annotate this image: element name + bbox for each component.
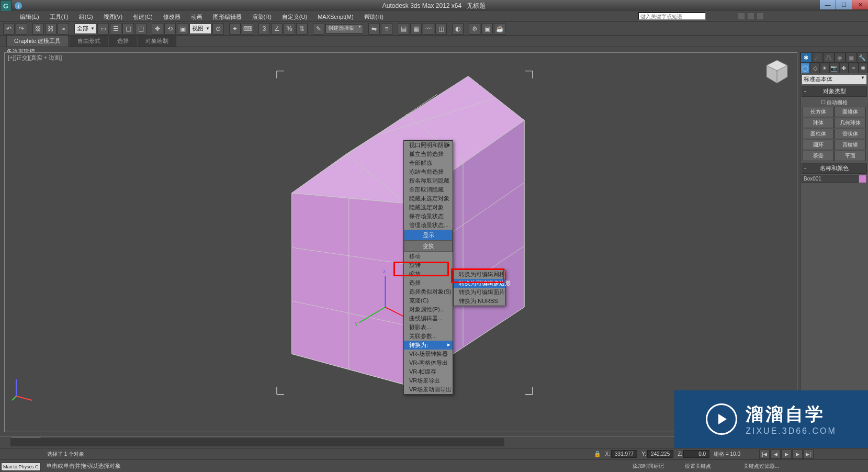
link-button[interactable]: ⛓: [32, 23, 44, 35]
spinner-snap-button[interactable]: ⇅: [296, 23, 308, 35]
edit-named-selection-button[interactable]: ✎: [313, 23, 324, 35]
ctx-select[interactable]: 选择: [404, 278, 453, 287]
ctx-select-similar[interactable]: 选择类似对象(S): [404, 287, 453, 296]
info-icon[interactable]: i: [15, 2, 22, 9]
select-by-name-button[interactable]: ☰: [110, 23, 121, 35]
cat-systems[interactable]: ✱: [859, 63, 868, 73]
ctx-isolate-selection[interactable]: 孤立当前选择: [404, 150, 453, 159]
ctx-convert-editable-poly[interactable]: 转换为可编辑多边形: [454, 279, 505, 288]
align-button[interactable]: ≡: [381, 23, 392, 35]
scale-button[interactable]: ▣: [177, 23, 188, 35]
unlink-button[interactable]: ⛓̸: [45, 23, 57, 35]
help-search-input[interactable]: [638, 12, 706, 20]
geom-category-dropdown[interactable]: 标准基本体: [802, 75, 866, 84]
coord-z[interactable]: Z:0.0: [678, 450, 709, 458]
ctx-object-properties[interactable]: 对象属性(P)...: [404, 305, 453, 314]
auto-grid-checkbox[interactable]: ☐ 自动栅格: [802, 98, 867, 107]
ctx-viewport-lighting[interactable]: 视口照明和阴影: [404, 141, 453, 150]
tab-display[interactable]: ▣: [846, 52, 857, 63]
layers-button[interactable]: ▤: [398, 23, 409, 35]
ctx-rotate[interactable]: 旋转: [404, 261, 453, 269]
goto-end-button[interactable]: ▶|: [803, 449, 814, 459]
btn-box[interactable]: 长方体: [803, 107, 834, 117]
lock-icon[interactable]: 🔒: [594, 451, 601, 457]
convert-to-submenu[interactable]: 转换为可编辑网格 转换为可编辑多边形 转换为可编辑面片 转换为 NURBS: [453, 269, 505, 306]
next-frame-button[interactable]: ▶: [792, 449, 803, 459]
btn-cone[interactable]: 圆锥体: [835, 107, 866, 117]
ctx-manage-scene-states[interactable]: 管理场景状态...: [404, 221, 453, 230]
ctx-clone[interactable]: 克隆(C): [404, 296, 453, 305]
ribbon-tab-object-paint[interactable]: 对象绘制: [138, 35, 176, 47]
ctx-vr-scene-converter[interactable]: VR-场景转换器: [404, 350, 453, 358]
schematic-view-button[interactable]: ◫: [435, 23, 447, 35]
ref-coord-dropdown[interactable]: 视图: [189, 24, 211, 34]
ctx-freeze-selection[interactable]: 冻结当前选择: [404, 167, 453, 176]
rendered-frame-button[interactable]: ▣: [481, 23, 493, 35]
ctx-convert-editable-mesh[interactable]: 转换为可编辑网格: [454, 270, 505, 279]
ctx-scale[interactable]: 缩放: [404, 269, 453, 278]
close-button[interactable]: ✕: [852, 0, 868, 9]
maxscript-listener-button[interactable]: Max to Physcs C: [1, 463, 41, 471]
app-icon[interactable]: G: [0, 0, 12, 12]
ribbon-tab-graphite[interactable]: Graphite 建模工具: [6, 35, 69, 47]
set-key-button[interactable]: 设置关键点: [685, 463, 711, 470]
menu-help[interactable]: 帮助(H): [359, 12, 389, 22]
redo-button[interactable]: ↷: [16, 23, 27, 35]
ctx-vr-mesh-export[interactable]: VR-网格体导出: [404, 358, 453, 367]
btn-torus[interactable]: 圆环: [803, 140, 834, 150]
btn-geosphere[interactable]: 几何球体: [835, 118, 866, 128]
ctx-hide-unselected[interactable]: 隐藏未选定对象: [404, 194, 453, 203]
undo-button[interactable]: ↶: [3, 23, 15, 35]
mirror-button[interactable]: ⇋: [368, 23, 380, 35]
play-button[interactable]: ▶: [781, 449, 792, 459]
pivot-button[interactable]: ⊙: [212, 23, 224, 35]
tab-hierarchy[interactable]: 品: [823, 52, 835, 63]
window-crossing-button[interactable]: ◫: [135, 23, 146, 35]
btn-sphere[interactable]: 球体: [803, 118, 834, 128]
viewcube[interactable]: [762, 57, 792, 86]
ctx-unhide-all[interactable]: 全部取消隐藏: [404, 185, 453, 194]
render-production-button[interactable]: ☕: [494, 23, 505, 35]
named-selection-dropdown[interactable]: 创建选择集: [325, 24, 363, 33]
ctx-unfreeze-all[interactable]: 全部解冻: [404, 159, 453, 167]
menu-animation[interactable]: 动画: [186, 12, 208, 22]
menu-modifiers[interactable]: 修改器: [158, 12, 186, 22]
menu-edit[interactable]: 编辑(E): [15, 12, 44, 22]
ctx-wire-parameters[interactable]: 关联参数...: [404, 332, 453, 341]
key-filters-button[interactable]: 关键点过滤器...: [743, 463, 779, 470]
comm-center-icon[interactable]: [738, 13, 745, 19]
minimize-button[interactable]: —: [820, 0, 836, 9]
menu-maxscript[interactable]: MAXScript(M): [312, 13, 358, 21]
ctx-curve-editor[interactable]: 曲线编辑器...: [404, 314, 453, 323]
graphite-ribbon-button[interactable]: ▦: [410, 23, 422, 35]
quad-tab-transform[interactable]: 变换: [404, 241, 453, 252]
ctx-convert-nurbs[interactable]: 转换为 NURBS: [454, 297, 505, 306]
cat-geometry[interactable]: ◯: [801, 63, 810, 73]
cat-helpers[interactable]: ✚: [839, 63, 849, 73]
maximize-button[interactable]: ☐: [836, 0, 852, 9]
object-name-input[interactable]: Box001: [802, 175, 858, 183]
btn-cylinder[interactable]: 圆柱体: [803, 129, 834, 139]
menu-graph-editors[interactable]: 图形编辑器: [208, 12, 247, 22]
ribbon-tab-freeform[interactable]: 自由形式: [70, 35, 108, 47]
angle-snap-button[interactable]: ∠: [271, 23, 283, 35]
cat-cameras[interactable]: 📷: [829, 63, 839, 73]
favorites-icon[interactable]: [748, 13, 754, 19]
coord-x[interactable]: X:331.977: [605, 450, 638, 458]
curve-editor-button[interactable]: 〰: [423, 23, 434, 35]
viewport[interactable]: [+][正交][真实 + 边面]: [4, 52, 797, 432]
bind-spacewarp-button[interactable]: ≈: [58, 23, 69, 35]
keyboard-shortcut-button[interactable]: ⌨: [242, 23, 253, 35]
tab-modify[interactable]: ☄: [812, 52, 824, 63]
cat-lights[interactable]: ☀: [820, 63, 829, 73]
tab-utilities[interactable]: 🔧: [857, 52, 869, 63]
add-time-tag[interactable]: 添加时间标记: [633, 463, 664, 470]
btn-plane[interactable]: 平面: [835, 151, 866, 161]
render-setup-button[interactable]: ⚙: [469, 23, 480, 35]
goto-start-button[interactable]: |◀: [759, 449, 770, 459]
object-color-swatch[interactable]: [859, 175, 867, 183]
move-button[interactable]: ✥: [152, 23, 163, 35]
btn-tube[interactable]: 管状体: [835, 129, 866, 139]
btn-teapot[interactable]: 茶壶: [803, 151, 834, 161]
percent-snap-button[interactable]: %: [284, 23, 295, 35]
